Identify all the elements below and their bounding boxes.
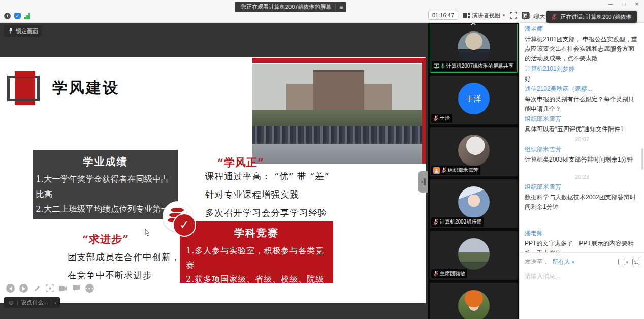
chat-message: 组织部米雪芳 数据科学与大数据技术2002团支部答辩时间剩余1分钟 (520, 182, 644, 212)
chat-message: 通信2102吴秋函（观察... 每次申报的类别有什么限定？每个类别只能申请几个？ (520, 84, 644, 114)
sender-name: 计算机2101刘梦婷 (525, 63, 639, 74)
chat-message: 潘老师 计算机2101团支部， 申报公益实践型，重点应该要突出在社会实践和志愿服… (520, 24, 644, 63)
competition-line-2: 2.获多项国家级、省级、校级、院级奖项 (186, 274, 324, 298)
shared-screen-stage: 锁定画面 学风建设 学业成绩 1.大一学年奖学金获得者在同级中占比高 2.大二上… (0, 23, 428, 319)
avatar (458, 31, 490, 64)
progress-heading: “求进步” (82, 232, 129, 246)
chat-message: 组织部米雪芳 计算机类2003团支部答辩时间剩余1分钟 (520, 144, 644, 165)
message-text: 计算机2101团支部， 申报公益实践型，重点应该要突出在社会实践和志愿服务方面的… (525, 35, 639, 63)
watching-banner-text: 您正在观看计算机2007姚依琳的屏幕 (241, 3, 331, 11)
chat-panel-header: 聊天 (523, 12, 545, 21)
host-badge-icon (433, 167, 440, 174)
view-mode-button[interactable]: 演讲者视图 ▾ (463, 12, 505, 19)
academic-line-2: 2.大二上班级平均绩点位列专业第一 (36, 204, 169, 214)
participant-tile-screen-share[interactable]: 计算机2007姚依琳的屏幕共享 (430, 24, 518, 73)
avatar (458, 238, 490, 270)
chat-messages: 潘老师 计算机2101团支部， 申报公益实践型，重点应该要突出在社会实践和志愿服… (520, 23, 644, 252)
shield-icon[interactable]: ✓ (14, 13, 21, 19)
academic-line-1: 1.大一学年奖学金获得者在同级中占比高 (36, 174, 169, 199)
slide-logo-red-top (15, 71, 35, 77)
mic-muted-icon (433, 219, 438, 225)
more-options-button[interactable]: ••• (85, 284, 94, 293)
lock-view-button[interactable]: 锁定画面 (4, 25, 42, 37)
competition-line-1: 1.多人参与实验室，积极参与各类竞赛 (186, 246, 324, 270)
participant-name: 计算机2003胡乐耀 (440, 218, 481, 226)
participant-tile[interactable]: 主席团骆敏 (430, 231, 518, 280)
chevron-down-icon: ▾ (503, 13, 505, 18)
maximize-button[interactable]: □ (620, 1, 628, 8)
slide-accent-bar-top (252, 58, 426, 63)
banner-menu-icon[interactable]: ≡ (335, 4, 343, 11)
sender-name: 组织部米雪芳 (525, 182, 639, 193)
subtitles-icon[interactable] (72, 284, 81, 293)
check-badge: ✓ (173, 213, 196, 237)
info-icon[interactable]: i (4, 13, 11, 19)
chat-message: 潘老师 PPT的文字太多了 PPT展示的内容要精炼 重点突出 (520, 228, 644, 252)
study-style-line-3: 多次召开学习会分享学习经验 (205, 207, 328, 219)
status-icons: i ✓ (4, 13, 30, 19)
academic-results-title: 学业成绩 (33, 150, 178, 169)
chat-bubble-icon (523, 13, 530, 20)
fullscreen-icon[interactable] (510, 12, 517, 19)
layout-icon (463, 13, 470, 18)
competition-box: 学科竞赛 1.多人参与实验室，积极参与各类竞赛 2.获多项国家级、省级、校级、院… (180, 221, 333, 283)
participant-name: 计算机2007姚依琳的屏幕共享 (446, 62, 513, 70)
screenshot-icon[interactable] (632, 259, 639, 265)
panel-collapse-handle[interactable]: › (418, 171, 428, 193)
chat-compose-area: 发送至： 所有人 ▾ ▾ 请输入消息... (520, 252, 644, 319)
sender-name: 组织部米雪芳 (525, 114, 639, 124)
mouse-cursor (145, 229, 151, 236)
watching-banner: 您正在观看计算机2007姚依琳的屏幕 ≡ (235, 2, 346, 12)
emoji-icon[interactable]: ☺ (8, 299, 14, 306)
meeting-window: 您正在观看计算机2007姚依琳的屏幕 ≡ ─ □ × i ✓ 01:16:47 … (0, 0, 644, 319)
message-text: 具体可以看“五四评优”通知文件附件1 (525, 124, 639, 134)
meeting-timer: 01:16:47 (428, 11, 458, 20)
chat-scrollbar[interactable] (641, 148, 643, 170)
competition-title: 学科竞赛 (180, 221, 333, 240)
previous-slide-button[interactable] (6, 284, 15, 293)
camera-icon[interactable] (59, 284, 68, 293)
message-text: 每次申报的类别有什么限定？每个类别只能申请几个？ (525, 94, 639, 114)
send-to-selector[interactable]: 所有人 ▾ (552, 258, 574, 266)
chevron-down-icon[interactable]: ▾ (626, 260, 628, 265)
screen-share-icon (434, 63, 439, 69)
avatar: 于泽 (458, 83, 490, 114)
network-signal-icon[interactable] (24, 13, 30, 19)
mic-muted-icon (441, 167, 446, 173)
study-style-heading: “学风正” (217, 155, 264, 170)
pin-icon (8, 28, 13, 34)
close-button[interactable]: × (633, 1, 641, 8)
chat-message-input[interactable]: 请输入消息... (520, 266, 644, 287)
quick-chat-bar[interactable]: ☺ 说点什么... ‹ (4, 297, 60, 308)
participant-tile[interactable]: 于泽 于泽 (430, 76, 518, 124)
avatar (458, 186, 490, 218)
say-something-placeholder[interactable]: 说点什么... (21, 299, 48, 306)
pen-tool-icon[interactable] (33, 284, 41, 293)
speaking-text: 正在讲话: 计算机2007姚依琳 (560, 13, 632, 21)
minimize-button[interactable]: ─ (606, 1, 615, 8)
scroll-up-icon[interactable] (471, 23, 476, 27)
mic-muted-icon (433, 271, 438, 277)
chat-timestamp: 20:23 (520, 172, 644, 182)
sender-name: 组织部米雪芳 (525, 144, 639, 155)
collapse-chatbar-icon[interactable]: ‹ (54, 300, 56, 306)
participant-tile[interactable]: 计算机2003胡乐耀 (430, 179, 518, 228)
participant-strip: 计算机2007姚依琳的屏幕共享 于泽 于泽 组织部米雪芳 计算机2003胡乐耀 (428, 23, 519, 319)
zoom-focus-icon[interactable] (46, 284, 54, 293)
pop-out-chat-icon[interactable] (618, 259, 625, 265)
group-photo (252, 64, 422, 164)
slide-accent-bar-right (422, 58, 426, 164)
participant-tile[interactable] (430, 283, 518, 319)
window-controls: ─ □ × (606, 0, 641, 8)
participant-name: 主席团骆敏 (440, 270, 465, 277)
chat-message: 组织部米雪芳 具体可以看“五四评优”通知文件附件1 (520, 114, 644, 134)
avatar (458, 290, 490, 319)
participant-name: 组织部米雪芳 (448, 167, 478, 174)
speaking-indicator: 正在讲话: 计算机2007姚依琳 (546, 11, 637, 23)
send-to-label: 发送至： (525, 258, 549, 266)
participant-tile[interactable]: 组织部米雪芳 (430, 127, 518, 176)
progress-line-1: 团支部成员在合作中创新， (68, 251, 180, 263)
chat-header-label: 聊天 (533, 12, 545, 21)
next-slide-button[interactable] (19, 284, 28, 293)
mic-muted-icon (433, 115, 438, 121)
